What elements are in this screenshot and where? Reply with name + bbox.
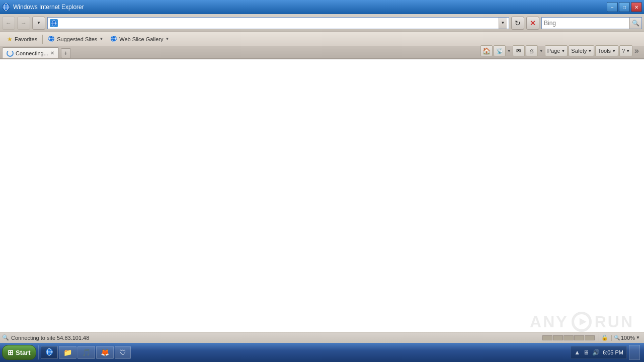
- feeds-dropdown-icon[interactable]: ▼: [507, 49, 511, 53]
- new-tab-button[interactable]: +: [61, 48, 71, 58]
- progress-segment-3: [564, 335, 574, 340]
- address-field-container: ▼: [47, 17, 509, 29]
- system-tray: ▲ 🖥 🔊 6:05 PM: [571, 346, 627, 359]
- tab-bar: Connecting... ✕ + 🏠 📡 ▼ ✉ 🖨 ▼ Page ▼ Saf…: [0, 46, 644, 59]
- show-desktop-button[interactable]: [629, 345, 640, 360]
- titlebar-left: Windows Internet Explorer: [2, 3, 84, 11]
- safety-label: Safety: [571, 48, 587, 54]
- favorites-bar: ★ Favorites Suggested Sites ▼ Web Slice …: [0, 32, 644, 46]
- web-slice-gallery-label: Web Slice Gallery: [119, 36, 163, 42]
- expand-toolbar-button[interactable]: »: [633, 46, 640, 55]
- windows-orb-icon: ⊞: [8, 348, 14, 356]
- web-slice-gallery-dropdown-icon: ▼: [166, 37, 170, 41]
- tools-label: Tools: [598, 48, 611, 54]
- close-button[interactable]: ✕: [631, 2, 642, 12]
- taskbar-folder-icon: 📁: [63, 348, 72, 356]
- web-slice-gallery-icon: [110, 35, 117, 43]
- favorites-label: Favorites: [15, 36, 37, 42]
- progress-segments: [542, 335, 595, 340]
- refresh-button[interactable]: ↻: [511, 17, 524, 30]
- taskbar-explorer-item[interactable]: 📁: [59, 346, 76, 359]
- search-button[interactable]: 🔍: [629, 18, 641, 29]
- web-slice-gallery-item[interactable]: Web Slice Gallery ▼: [107, 34, 172, 45]
- zoom-dropdown-icon: ▼: [636, 335, 640, 340]
- taskbar-ie-item[interactable]: [41, 346, 58, 359]
- help-dropdown-icon: ▼: [626, 49, 630, 53]
- security-zone: 🔒: [599, 334, 610, 341]
- taskbar-security-item[interactable]: 🛡: [115, 346, 131, 359]
- help-label: ?: [622, 48, 625, 54]
- status-text: 🔍 Connecting to site 54.83.101.48: [2, 334, 538, 341]
- zoom-control[interactable]: 🔍 100% ▼: [611, 335, 642, 341]
- status-message: Connecting to site 54.83.101.48: [11, 335, 89, 341]
- print-button[interactable]: 🖨: [526, 45, 538, 56]
- tray-show-hidden-icon[interactable]: ▲: [574, 349, 580, 356]
- address-dropdown-button[interactable]: ▼: [499, 18, 507, 29]
- tray-volume-icon[interactable]: 🔊: [592, 349, 600, 356]
- safety-dropdown-icon: ▼: [588, 49, 592, 53]
- titlebar-controls: − □ ✕: [607, 2, 642, 12]
- progress-segment-1: [542, 335, 552, 340]
- suggested-sites-dropdown-icon: ▼: [99, 37, 103, 41]
- tab-loading-icon: [7, 50, 14, 57]
- tools-dropdown-icon: ▼: [612, 49, 616, 53]
- zoom-icon: 🔍: [614, 335, 620, 340]
- address-ie-icon: [50, 19, 58, 27]
- safety-button[interactable]: Safety ▼: [569, 45, 594, 56]
- security-icon: 🔒: [601, 334, 608, 341]
- taskbar-security-icon: 🛡: [119, 348, 126, 356]
- back-button[interactable]: ←: [2, 17, 15, 30]
- favorites-button[interactable]: ★ Favorites: [4, 34, 40, 45]
- minimize-button[interactable]: −: [607, 2, 618, 12]
- start-button[interactable]: ⊞ Start: [2, 345, 36, 360]
- taskbar-ie-icon: [45, 348, 53, 357]
- page-label: Page: [547, 48, 560, 54]
- ie-title-icon: [2, 3, 10, 11]
- progress-segment-4: [574, 335, 584, 340]
- stop-button[interactable]: ✕: [526, 17, 539, 30]
- favorites-star-icon: ★: [7, 36, 13, 43]
- taskbar-divider-1: [38, 345, 39, 359]
- address-input[interactable]: [60, 20, 497, 27]
- page-dropdown-icon: ▼: [561, 49, 565, 53]
- taskbar-firefox-icon: 🦊: [101, 348, 109, 356]
- start-label: Start: [16, 349, 31, 356]
- search-container: 🔍: [541, 17, 642, 29]
- read-mail-button[interactable]: ✉: [513, 45, 525, 56]
- progress-segment-5: [585, 335, 595, 340]
- print-dropdown-icon[interactable]: ▼: [539, 49, 543, 53]
- active-tab[interactable]: Connecting... ✕: [2, 47, 59, 58]
- zoom-level: 100%: [621, 335, 635, 341]
- favorites-divider: [42, 35, 43, 44]
- taskbar-firefox-item[interactable]: 🦊: [96, 346, 114, 359]
- suggested-sites-item[interactable]: Suggested Sites ▼: [45, 34, 106, 45]
- system-clock[interactable]: 6:05 PM: [603, 349, 623, 356]
- back-dropdown-button[interactable]: ▼: [32, 17, 45, 30]
- tab-label: Connecting...: [16, 50, 48, 56]
- taskbar: ⊞ Start 📁 🎵 🦊 🛡 ▲ 🖥 🔊 6:05 PM: [0, 343, 644, 362]
- tray-network-icon[interactable]: 🖥: [583, 349, 589, 356]
- titlebar-title: Windows Internet Explorer: [13, 4, 84, 11]
- toolbar-right: 🏠 📡 ▼ ✉ 🖨 ▼ Page ▼ Safety ▼ Tools ▼ ? ▼ …: [480, 45, 640, 56]
- home-button[interactable]: 🏠: [480, 45, 493, 56]
- taskbar-media-item[interactable]: 🎵: [77, 346, 95, 359]
- taskbar-right: ▲ 🖥 🔊 6:05 PM: [571, 345, 642, 360]
- search-input[interactable]: [542, 20, 629, 27]
- address-bar-row: ← → ▼ ▼ ↻ ✕ 🔍: [0, 14, 644, 32]
- tools-button[interactable]: Tools ▼: [595, 45, 618, 56]
- feeds-button[interactable]: 📡: [494, 45, 506, 56]
- suggested-sites-icon: [48, 35, 55, 43]
- status-search-icon: 🔍: [2, 334, 9, 341]
- tab-close-button[interactable]: ✕: [50, 50, 54, 56]
- progress-segment-2: [553, 335, 563, 340]
- forward-button[interactable]: →: [17, 17, 30, 30]
- help-button[interactable]: ? ▼: [619, 45, 632, 56]
- page-button[interactable]: Page ▼: [545, 45, 568, 56]
- suggested-sites-label: Suggested Sites: [57, 36, 97, 42]
- restore-button[interactable]: □: [619, 2, 630, 12]
- status-bar: 🔍 Connecting to site 54.83.101.48 🔒 🔍 10…: [0, 332, 644, 343]
- status-right: 🔒 🔍 100% ▼: [599, 334, 642, 341]
- titlebar: Windows Internet Explorer − □ ✕: [0, 0, 644, 14]
- taskbar-media-icon: 🎵: [82, 348, 91, 356]
- content-area: [0, 59, 644, 332]
